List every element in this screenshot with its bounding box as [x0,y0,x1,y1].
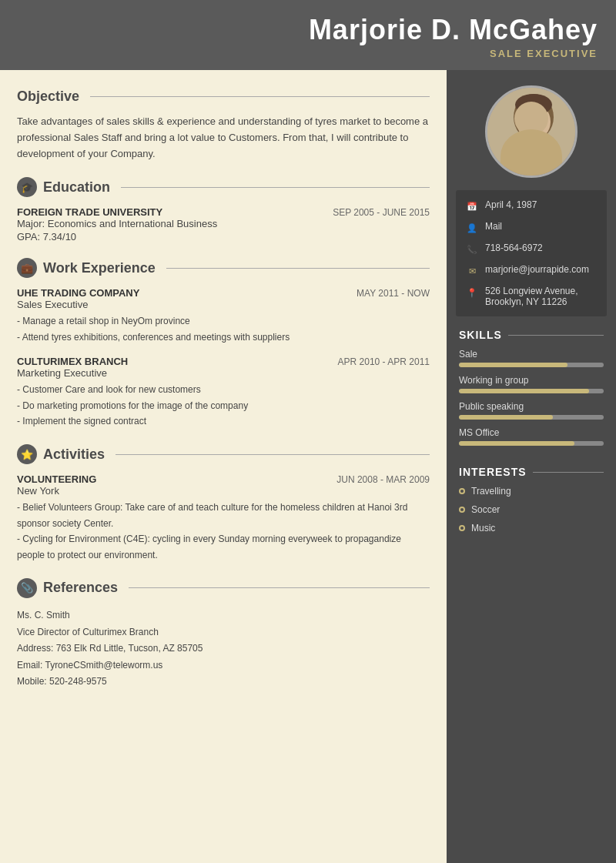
skill-0: Sale [459,349,604,367]
interest-label-0: Travelling [471,486,511,497]
objective-title: Objective [17,89,79,105]
work-icon: 💼 [17,258,37,278]
svg-rect-6 [529,140,538,152]
interest-0: Travelling [459,486,604,497]
activities-section-header: ⭐ Activities [17,444,430,464]
skill-bar-fill-3 [459,441,574,446]
work-role-1: Marketing Executive [17,367,430,379]
work-title: Work Experience [43,260,156,276]
interest-label-2: Music [471,523,495,534]
header-title: SALE EXECUTIVE [18,48,598,59]
interests-label: INTERESTS [459,466,527,478]
activity-entry-0: VOLUNTEERING JUN 2008 - MAR 2009 New Yor… [17,473,430,563]
education-title: Education [43,179,110,196]
photo-container [447,70,616,190]
skills-divider [508,335,604,336]
work-desc-0: - Manage a retail shop in NeyOm province… [17,313,430,345]
activity-date-0: JUN 2008 - MAR 2009 [336,474,430,485]
contact-email: ✉ marjorie@jourrapide.com [465,264,598,278]
skill-bar-bg-3 [459,441,604,446]
activities-divider [116,454,430,455]
right-column: 📅 April 4, 1987 👤 Mail 📞 718-564-6972 ✉ … [447,70,616,863]
references-text: Ms. C. Smith Vice Director of Culturimex… [17,607,430,691]
interests-section: INTERESTS Travelling Soccer Music [447,466,616,541]
activity-header-0: VOLUNTEERING JUN 2008 - MAR 2009 [17,473,430,485]
activities-icon: ⭐ [17,444,37,464]
skill-2: Public speaking [459,401,604,420]
work-header-0: UHE TRADING COMPANY MAY 2011 - NOW [17,287,430,299]
phone-icon: 📞 [465,243,479,256]
work-desc-1: - Customer Care and look for new custome… [17,382,430,429]
body-layout: Objective Take advantages of sales skill… [0,70,616,863]
education-icon: 🎓 [17,177,37,197]
work-section-header: 💼 Work Experience [17,258,430,278]
skill-bar-fill-1 [459,389,589,393]
contact-mail: 👤 Mail [465,221,598,235]
contact-address: 📍 526 Longview Avenue,Brooklyn, NY 11226 [465,286,598,307]
profile-photo [485,85,578,178]
work-entry-0: UHE TRADING COMPANY MAY 2011 - NOW Sales… [17,287,430,345]
references-section-header: 📎 References [17,578,430,598]
skills-label: SKILLS [459,329,502,341]
activities-title: Activities [43,447,105,463]
interests-header: INTERESTS [459,466,604,478]
work-entry-1: CULTURIMEX BRANCH APR 2010 - APR 2011 Ma… [17,356,430,429]
skill-name-0: Sale [459,349,604,360]
person-svg [487,88,575,176]
interests-divider [533,472,604,473]
activity-name-0: VOLUNTEERING [17,473,96,485]
activity-desc-0: - Belief Volunteers Group: Take care of … [17,500,430,563]
contact-dob: 📅 April 4, 1987 [465,199,598,213]
svg-rect-4 [527,138,540,149]
work-company-1: CULTURIMEX BRANCH [17,356,128,367]
skill-bar-bg-1 [459,389,604,393]
skill-1: Working in group [459,375,604,393]
work-role-0: Sales Executive [17,299,430,310]
interest-1: Soccer [459,504,604,515]
skill-bar-bg-2 [459,415,604,420]
header: Marjorie D. McGahey SALE EXECUTIVE [0,0,616,70]
interest-dot-1 [459,507,465,513]
edu-header-row: FOREIGN TRADE UNIVERSITY SEP 2005 - JUNE… [17,206,430,218]
interest-2: Music [459,523,604,534]
contact-dob-text: April 4, 1987 [485,199,537,210]
skills-section: SKILLS Sale Working in group Public spea… [447,329,616,453]
interest-dot-2 [459,525,465,531]
skill-name-1: Working in group [459,375,604,386]
work-date-0: MAY 2011 - NOW [357,288,430,299]
photo-placeholder [487,88,575,176]
interest-label-1: Soccer [471,504,500,515]
header-name: Marjorie D. McGahey [18,14,598,46]
contact-mail-text: Mail [485,221,502,232]
education-divider [121,187,430,188]
edu-school: FOREIGN TRADE UNIVERSITY [17,206,162,218]
svg-point-2 [517,103,551,140]
objective-section-header: Objective [17,89,430,105]
interest-dot-0 [459,488,465,494]
skill-bar-fill-2 [459,415,553,420]
activity-location-0: New York [17,485,430,497]
education-section-header: 🎓 Education [17,177,430,197]
skills-header: SKILLS [459,329,604,341]
objective-text: Take advantages of sales skills & experi… [17,114,430,162]
edu-gpa: GPA: 7.34/10 [17,231,430,243]
mail-icon: 👤 [465,221,479,235]
svg-point-3 [515,94,552,115]
edu-major: Major: Economics and International Busin… [17,218,430,229]
education-entry: FOREIGN TRADE UNIVERSITY SEP 2005 - JUNE… [17,206,430,243]
work-header-1: CULTURIMEX BRANCH APR 2010 - APR 2011 [17,356,430,367]
contact-email-text: marjorie@jourrapide.com [485,264,589,275]
references-icon: 📎 [17,578,37,598]
email-icon: ✉ [465,264,479,278]
skill-name-2: Public speaking [459,401,604,412]
work-date-1: APR 2010 - APR 2011 [338,356,430,367]
contact-address-text: 526 Longview Avenue,Brooklyn, NY 11226 [485,286,578,307]
skill-3: MS Office [459,427,604,446]
objective-divider [90,96,430,97]
references-title: References [43,580,118,596]
contact-phone: 📞 718-564-6972 [465,243,598,256]
work-divider [166,268,430,269]
contact-box: 📅 April 4, 1987 👤 Mail 📞 718-564-6972 ✉ … [456,190,607,316]
svg-point-5 [504,146,563,176]
left-column: Objective Take advantages of sales skill… [0,70,447,863]
